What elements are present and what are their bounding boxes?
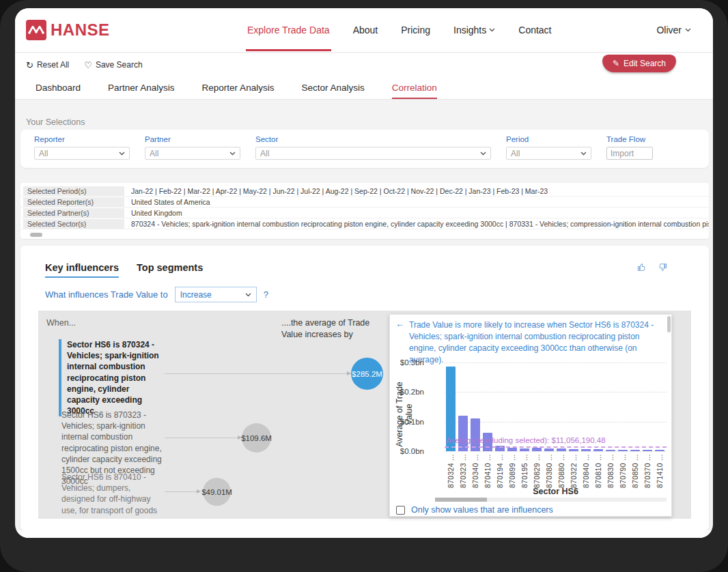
filter-period: PeriodAll: [506, 135, 591, 168]
filter-label: Trade Flow: [606, 135, 653, 143]
heart-icon: ♡: [84, 60, 92, 70]
chart-h-scrollbar-thumb[interactable]: [435, 498, 487, 502]
nav-item-explore-trade-data[interactable]: Explore Trade Data: [247, 25, 330, 35]
bar-870790[interactable]: [618, 450, 628, 451]
app-window: HANSE Explore Trade DataAboutPricingInsi…: [15, 8, 713, 538]
gridline: [445, 451, 667, 452]
thumb-up-icon[interactable]: [636, 262, 647, 272]
influencer-item[interactable]: Sector HS6 is 870324 - Vehicles; spark-i…: [59, 339, 160, 416]
chevron-down-icon: [229, 152, 236, 156]
header: HANSE Explore Trade DataAboutPricingInsi…: [15, 8, 713, 53]
arrow-connector: [165, 491, 197, 492]
tab-key-influencers[interactable]: Key influencers: [45, 262, 119, 273]
bottom-strip: [15, 530, 713, 538]
chart-h-scrollbar: [435, 498, 667, 502]
tab-dashboard[interactable]: Dashboard: [36, 83, 81, 93]
nav-item-contact[interactable]: Contact: [518, 25, 551, 35]
chart-scrollbar-thumb[interactable]: [667, 316, 671, 332]
tab-sector-analysis[interactable]: Sector Analysis: [301, 83, 364, 93]
chevron-down-icon: [480, 152, 486, 156]
filter-value: All: [260, 149, 269, 158]
rows-scrollbar-thumb[interactable]: [30, 233, 42, 237]
nav-item-insights[interactable]: Insights: [453, 25, 495, 35]
reset-all-label: Reset All: [37, 60, 69, 70]
influencer-chart-card: ← Trade Value is more likely to increase…: [389, 314, 672, 517]
y-tick-label: $0.2bn: [394, 388, 424, 396]
influencer-item[interactable]: Sector HS6 is 870410 - Vehicles; dumpers…: [61, 472, 163, 516]
tab-correlation[interactable]: Correlation: [392, 83, 437, 93]
brand-logo-icon: [26, 20, 46, 40]
edit-search-button[interactable]: ✎ Edit Search: [602, 55, 676, 72]
tab-top-segments[interactable]: Top segments: [137, 262, 203, 273]
question-text: What influences Trade Value to: [45, 289, 168, 300]
tab-reporter-analysis[interactable]: Reporter Analysis: [202, 83, 275, 93]
selected-row: Selected Partner(s)United Kingdom: [20, 208, 709, 218]
bar-870322[interactable]: [569, 449, 578, 451]
influence-direction-value: Increase: [180, 290, 212, 300]
user-name: Oliver: [656, 25, 682, 35]
influence-value-bubble[interactable]: $285.2M: [351, 358, 383, 390]
bar-870195[interactable]: [520, 448, 529, 451]
filter-reporter: ReporterAll: [34, 135, 130, 168]
filter-value: All: [39, 149, 48, 158]
save-search-button[interactable]: ♡ Save Search: [84, 60, 142, 70]
filter-label: Partner: [145, 135, 240, 143]
device-frame: HANSE Explore Trade DataAboutPricingInsi…: [0, 0, 728, 572]
filter-sector: SectorAll: [255, 135, 491, 168]
average-line: [445, 446, 667, 448]
influence-value-bubble[interactable]: $109.6M: [242, 423, 271, 453]
bar-870830[interactable]: [606, 450, 615, 451]
bar-870850[interactable]: [630, 450, 640, 451]
brand-logo[interactable]: HANSE: [26, 20, 110, 40]
edit-search-label: Edit Search: [624, 59, 666, 68]
y-axis-title: Average of Trade Value: [395, 370, 414, 459]
bar-871410[interactable]: [655, 450, 664, 451]
bar-870840[interactable]: [581, 449, 591, 451]
bar-870899[interactable]: [507, 448, 517, 451]
chevron-down-icon: [489, 28, 495, 32]
help-icon[interactable]: ?: [264, 289, 268, 300]
filter-select-sector[interactable]: All: [255, 147, 491, 160]
filter-value: All: [150, 149, 158, 158]
y-tick-label: $0.1bn: [394, 418, 424, 426]
filter-select-partner[interactable]: All: [145, 147, 240, 160]
selected-row-value: Jan-22 | Feb-22 | Mar-22 | Apr-22 | May-…: [124, 187, 548, 195]
increase-by-label: ....the average of Trade Value increases…: [281, 317, 370, 341]
arrow-connector: [165, 438, 238, 438]
arrow-connector: [165, 373, 348, 374]
chevron-down-icon: [580, 152, 587, 156]
filter-label: Period: [506, 135, 591, 143]
bar-870880[interactable]: [557, 448, 566, 451]
thumb-down-icon[interactable]: [658, 262, 668, 272]
selected-row: Selected Sector(s)870324 - Vehicles; spa…: [20, 218, 709, 229]
influence-direction-select[interactable]: Increase: [175, 287, 257, 302]
selected-row-label: Selected Sector(s): [23, 219, 124, 229]
back-arrow-icon[interactable]: ←: [395, 319, 404, 329]
filter-input-trade-flow[interactable]: [606, 147, 653, 160]
brand-name: HANSE: [51, 20, 110, 40]
visual-header-icons: [636, 262, 668, 272]
selected-row: Selected Period(s)Jan-22 | Feb-22 | Mar-…: [20, 186, 709, 197]
nav-item-about[interactable]: About: [353, 25, 378, 35]
nav-item-pricing[interactable]: Pricing: [401, 25, 430, 35]
bar-870829[interactable]: [532, 448, 542, 451]
bar-870380[interactable]: [544, 448, 554, 451]
filter-trade-flow: Trade Flow: [606, 135, 653, 168]
filter-select-reporter[interactable]: All: [34, 147, 130, 160]
user-menu[interactable]: Oliver: [656, 25, 691, 35]
filter-select-period[interactable]: All: [506, 147, 591, 160]
bar-870810[interactable]: [593, 449, 603, 451]
selected-rows-card: Selected Period(s)Jan-22 | Feb-22 | Mar-…: [20, 183, 709, 239]
chart-description: Trade Value is more likely to increase w…: [409, 319, 663, 366]
bar-870370[interactable]: [643, 450, 652, 451]
filter-partner: PartnerAll: [145, 135, 240, 168]
y-tick-label: $0.0bn: [394, 447, 424, 455]
selected-row-label: Selected Partner(s): [23, 208, 124, 218]
only-influencers-checkbox-row[interactable]: Only show values that are influencers: [396, 505, 553, 515]
reset-all-button[interactable]: ↻ Reset All: [26, 60, 69, 70]
checkbox-icon[interactable]: [396, 506, 405, 515]
influence-value-bubble[interactable]: $49.01M: [203, 478, 231, 506]
y-tick-label: $0.3bn: [394, 358, 424, 367]
tab-partner-analysis[interactable]: Partner Analysis: [108, 83, 175, 93]
save-search-label: Save Search: [96, 60, 143, 70]
